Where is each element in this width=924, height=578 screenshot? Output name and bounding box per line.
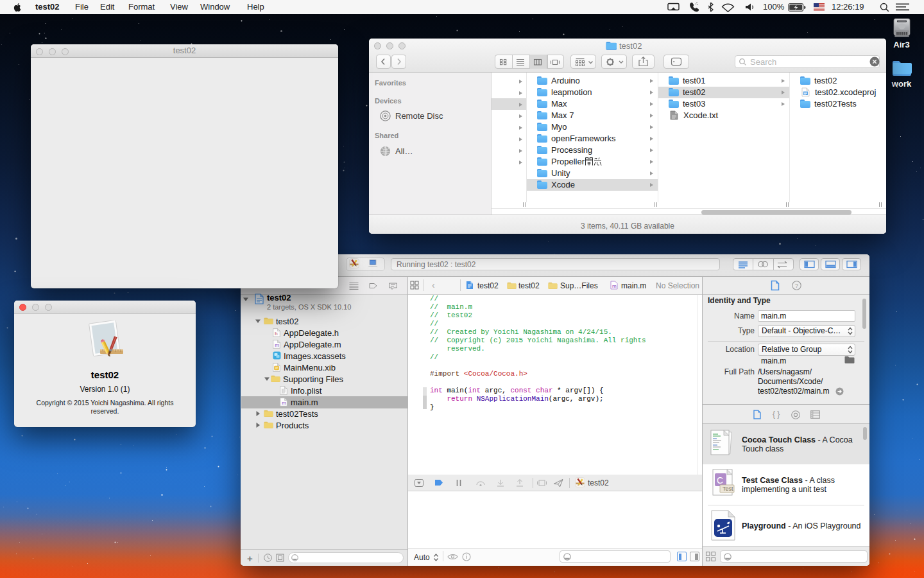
svg-text:C: C	[717, 475, 723, 486]
svg-text:Test: Test	[723, 486, 733, 492]
svg-text:?: ?	[795, 283, 798, 289]
svg-text:m: m	[275, 342, 279, 348]
svg-text:h: h	[275, 331, 277, 337]
svg-text:m: m	[612, 283, 617, 289]
svg-text:m: m	[282, 400, 286, 406]
